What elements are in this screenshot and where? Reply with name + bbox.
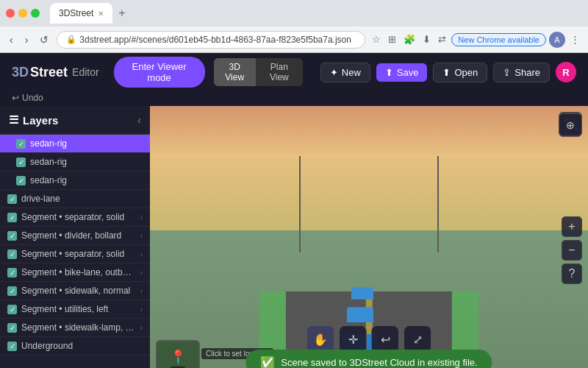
layer-item[interactable]: ✓drive-lane [0, 190, 150, 208]
layer-checkbox[interactable]: ✓ [7, 250, 17, 259]
layer-item[interactable]: ✓sedan-rig [0, 135, 150, 153]
app-logo: 3D Street Editor [12, 65, 99, 80]
layer-checkbox[interactable]: ✓ [7, 305, 17, 314]
layer-checkbox[interactable]: ✓ [7, 213, 17, 222]
layer-name: Segment • bike-lane, outbound [21, 267, 136, 277]
sidebar-collapse-button[interactable]: ‹ [137, 114, 141, 126]
zoom-out-button[interactable]: − [562, 240, 582, 261]
view-plan-button[interactable]: Plan View [256, 58, 303, 86]
layer-expand-icon[interactable]: › [140, 305, 143, 314]
layer-name: sedan-rig [30, 138, 143, 149]
puzzle-icon[interactable]: 🧩 [401, 32, 417, 46]
layer-expand-icon[interactable]: › [140, 250, 143, 258]
scene-background: ⬛ ✋✛↩⤢ + − ? ⊕ 📍 test Click to set loca [150, 106, 588, 368]
layer-item[interactable]: ✓Segment • separator, solid› [0, 245, 150, 263]
new-label: New [342, 67, 361, 78]
layer-expand-icon[interactable]: › [140, 232, 143, 240]
view-3d-button[interactable]: 3D View [214, 58, 256, 86]
layers-icon: ☰ [9, 113, 18, 127]
save-label: Save [397, 67, 419, 78]
power-pole-1 [299, 156, 301, 253]
undo-label: Undo [22, 93, 43, 103]
toast-notification: ✅ Scene saved to 3DStreet Cloud in exist… [245, 350, 492, 368]
map-preview[interactable]: 📍 test [156, 340, 200, 368]
toast-check-icon: ✅ [260, 355, 275, 368]
layer-item[interactable]: ✓Segment • utilities, left› [0, 300, 150, 319]
open-button[interactable]: ⬆ Open [433, 63, 487, 82]
address-bar[interactable]: 🔒 3dstreet.app/#/scenes/d601eb45-bb1d-48… [57, 31, 365, 49]
app-container: 3D Street Editor Enter Viewer mode 3D Vi… [0, 53, 588, 368]
profile-icon[interactable]: A [549, 32, 565, 48]
layer-expand-icon[interactable]: › [140, 269, 143, 277]
layer-checkbox[interactable]: ✓ [16, 158, 26, 167]
compass-icon[interactable]: ⊕ [559, 113, 582, 137]
layer-checkbox[interactable]: ✓ [7, 286, 17, 296]
menu-icon[interactable]: ⋮ [568, 32, 582, 46]
undo-button[interactable]: ↩ Undo [12, 93, 43, 103]
toolbar-actions: ✦ New ⬆ Save ⬆ Open ⇪ Share R [320, 62, 576, 82]
layer-checkbox[interactable]: ✓ [16, 176, 26, 185]
active-tab[interactable]: 3DStreet ✕ [50, 3, 112, 24]
zoom-in-button[interactable]: + [562, 216, 582, 237]
download-icon[interactable]: ⬇ [420, 32, 433, 46]
back-button[interactable]: ‹ [6, 32, 17, 47]
new-tab-button[interactable]: + [115, 7, 128, 20]
3d-view[interactable]: ⬛ ✋✛↩⤢ + − ? ⊕ 📍 test Click to set loca [150, 106, 588, 368]
maximize-button[interactable] [31, 9, 40, 18]
toast-message: Scene saved to 3DStreet Cloud in existin… [281, 357, 477, 368]
layer-name: sedan-rig [30, 157, 143, 167]
layer-expand-icon[interactable]: › [140, 287, 143, 295]
help-button[interactable]: ? [562, 263, 582, 284]
new-icon: ✦ [330, 67, 338, 78]
layer-item[interactable]: ✓Segment • sidewalk-lamp, left› [0, 319, 150, 337]
open-icon: ⬆ [442, 67, 451, 78]
layer-name: Segment • divider, bollard [21, 230, 136, 241]
url-text: 3dstreet.app/#/scenes/d601eb45-bb1d-4863… [79, 35, 351, 45]
layer-checkbox[interactable]: ✓ [7, 194, 17, 204]
undo-row: ↩ Undo [0, 91, 588, 106]
layer-name: Underground [21, 341, 143, 351]
layer-name: sedan-rig [30, 175, 143, 185]
save-button[interactable]: ⬆ Save [376, 63, 428, 82]
sync-icon[interactable]: ⇄ [436, 32, 448, 46]
tab-bar: 3DStreet ✕ + [50, 3, 129, 24]
share-button[interactable]: ⇪ Share [493, 63, 550, 82]
layer-checkbox[interactable]: ✓ [7, 268, 17, 277]
chrome-update-banner[interactable]: New Chrome available [451, 33, 546, 46]
layer-item[interactable]: ✓Segment • separator, solid› [0, 208, 150, 227]
logo-3d: 3D [12, 65, 29, 80]
layer-item[interactable]: ✓Segment • sidewalk, normal› [0, 282, 150, 300]
extensions-icon[interactable]: ⊞ [386, 32, 398, 46]
layer-name: Segment • sidewalk-lamp, left [21, 322, 136, 333]
layer-item[interactable]: ✓sedan-rig [0, 171, 150, 190]
layer-checkbox[interactable]: ✓ [16, 139, 26, 149]
refresh-button[interactable]: ↺ [36, 32, 52, 47]
car-2 [347, 307, 373, 322]
tab-close-icon[interactable]: ✕ [98, 10, 104, 18]
forward-button[interactable]: › [21, 32, 32, 47]
browser-chrome: 3DStreet ✕ + [0, 0, 588, 26]
layer-expand-icon[interactable]: › [140, 324, 143, 332]
layer-checkbox[interactable]: ✓ [7, 231, 17, 241]
new-button[interactable]: ✦ New [320, 63, 370, 82]
layer-item[interactable]: ✓Segment • bike-lane, outbound› [0, 263, 150, 282]
logo-editor: Editor [72, 66, 99, 78]
user-avatar[interactable]: R [556, 62, 576, 82]
layer-item[interactable]: ✓Underground [0, 337, 150, 355]
minimize-button[interactable] [18, 9, 27, 18]
layer-expand-icon[interactable]: › [140, 213, 143, 222]
share-icon: ⇪ [503, 67, 511, 78]
layer-item[interactable]: ✓Segment • divider, bollard› [0, 227, 150, 245]
layer-checkbox[interactable]: ✓ [7, 323, 17, 333]
bookmark-icon[interactable]: ☆ [370, 32, 383, 46]
layers-list: ✓sedan-rig✓sedan-rig✓sedan-rig✓drive-lan… [0, 135, 150, 355]
undo-icon: ↩ [12, 93, 19, 103]
layer-item[interactable]: ✓sedan-rig [0, 153, 150, 171]
layer-checkbox[interactable]: ✓ [7, 342, 17, 351]
main-content: ☰ Layers ‹ ✓sedan-rig✓sedan-rig✓sedan-ri… [0, 106, 588, 368]
logo-street: Street [30, 65, 68, 80]
close-button[interactable] [6, 9, 15, 18]
viewer-mode-button[interactable]: Enter Viewer mode [114, 57, 205, 88]
nav-actions: ☆ ⊞ 🧩 ⬇ ⇄ New Chrome available A ⋮ [370, 32, 582, 48]
save-icon: ⬆ [385, 67, 393, 78]
